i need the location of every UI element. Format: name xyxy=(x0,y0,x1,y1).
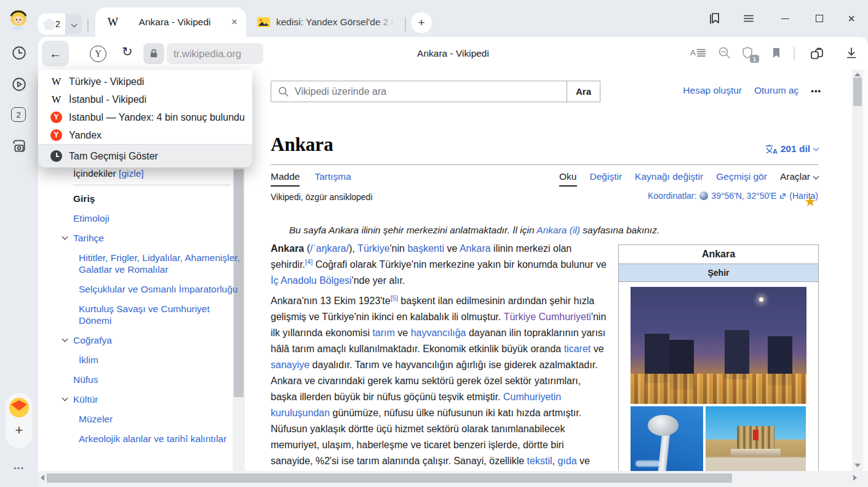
avatar-girl-icon xyxy=(7,7,30,30)
toc-item-kurtulus[interactable]: Kurtuluş Savaşı ve Cumhuriyet Dönemi xyxy=(62,303,241,326)
history-item-istanbul-wiki[interactable]: W İstanbul - Vikipedi xyxy=(38,91,252,108)
divider xyxy=(87,18,89,32)
tab-kaynagi-degistir[interactable]: Kaynağı değiştir xyxy=(635,171,703,182)
add-service-button[interactable]: + xyxy=(10,422,28,438)
tab-title-fade xyxy=(376,7,402,37)
new-tab-button[interactable]: + xyxy=(411,12,432,33)
tab-gecmisi-gor[interactable]: Geçmişi gör xyxy=(716,171,767,182)
globe-icon[interactable] xyxy=(699,191,708,200)
tab-kedisi-yandex-gorsel[interactable]: kedisi: Yandex Görsel'de 2 b xyxy=(248,7,402,37)
turkish-flag xyxy=(753,430,759,440)
toc-item-etimoloji[interactable]: Etimoloji xyxy=(62,212,241,224)
scroll-down-arrow-icon[interactable] xyxy=(854,464,861,467)
protect-shield-icon[interactable]: 1 xyxy=(740,46,755,60)
infobox-images xyxy=(619,282,818,471)
tab-ankara-vikipedi[interactable]: W Ankara - Vikipedi × xyxy=(95,7,246,37)
search-input[interactable] xyxy=(271,81,567,102)
yandex-search-icon[interactable]: Y xyxy=(90,46,106,62)
reader-mode-icon[interactable]: A xyxy=(690,48,706,57)
yandex-mail-icon[interactable] xyxy=(9,397,30,418)
scroll-right-arrow-icon[interactable] xyxy=(853,475,857,481)
search-icon xyxy=(277,86,290,98)
toc-item-arkeolojik[interactable]: Arkeolojik alanlar ve tarihî kalıntılar xyxy=(62,433,241,445)
show-full-history-button[interactable]: Tam Geçmişi Göster xyxy=(38,144,252,167)
horizontal-scrollbar-thumb[interactable] xyxy=(47,473,732,483)
chevron-down-icon xyxy=(813,145,819,151)
chevron-down-icon xyxy=(813,173,819,179)
tab-counter[interactable]: 2 xyxy=(38,14,82,34)
yandex-favicon: Y xyxy=(50,111,62,123)
tab-counter-expand[interactable] xyxy=(65,14,82,34)
scroll-left-arrow-icon[interactable] xyxy=(41,475,44,481)
user-menu-dots-icon[interactable]: ••• xyxy=(811,86,821,95)
extensions-icon[interactable] xyxy=(809,46,825,62)
window-maximize-button[interactable] xyxy=(812,11,827,26)
history-item-istanbul-yandex[interactable]: Y Istanbul — Yandex: 4 bin sonuç bulundu xyxy=(38,108,252,126)
screenshot-icon[interactable] xyxy=(11,138,27,154)
tab-strip: 2 W Ankara - Vikipedi × kedisi: Yandex G… xyxy=(38,0,868,37)
article-paragraph-2: Ankara'nın 13 Ekim 1923'te[5] başkent il… xyxy=(271,293,608,471)
user-avatar[interactable] xyxy=(7,7,30,30)
toc-item-selcuklular[interactable]: Selçuklular ve Osmanlı İmparatorluğu xyxy=(62,283,241,295)
coordinates-label[interactable]: Koordinatlar: xyxy=(648,191,696,201)
toc-hide-link[interactable]: [gizle] xyxy=(119,168,144,179)
address-bar[interactable]: tr.wikipedia.org xyxy=(167,43,263,64)
tab-araclar[interactable]: Araçlar xyxy=(780,171,818,182)
chevron-down-icon[interactable] xyxy=(62,395,68,401)
toc-item-nufus[interactable]: Nüfus xyxy=(62,374,241,385)
reload-icon[interactable]: ↻ xyxy=(122,44,133,59)
infobox: Ankara Şehir xyxy=(618,244,819,471)
toc-item-muzeler[interactable]: Müzeler xyxy=(62,413,241,425)
vertical-scrollbar-thumb[interactable] xyxy=(853,78,862,106)
create-account-link[interactable]: Hesap oluştur xyxy=(683,85,742,96)
wiki-search-bar: Ara xyxy=(271,81,600,102)
close-tab-icon[interactable]: × xyxy=(231,16,237,28)
chevron-down-icon[interactable] xyxy=(62,336,68,342)
bookmarks-panels-icon[interactable] xyxy=(707,11,722,26)
page-horizontal-scrollbar[interactable] xyxy=(38,471,868,487)
history-icon[interactable] xyxy=(11,45,27,61)
search-button[interactable]: Ara xyxy=(567,81,600,102)
wikipedia-favicon: W xyxy=(108,16,118,29)
downloads-icon[interactable] xyxy=(844,46,859,60)
tab-tartisma[interactable]: Tartışma xyxy=(314,171,351,182)
history-item-turkiye[interactable]: W Türkiye - Vikipedi xyxy=(38,73,252,91)
atakule-tower-photo[interactable] xyxy=(631,406,703,471)
article-tabs: Madde Tartışma xyxy=(271,171,351,182)
toc-item-cografya[interactable]: Coğrafya xyxy=(62,334,241,346)
city-lights xyxy=(631,374,806,404)
toc-item-giris[interactable]: Giriş xyxy=(62,193,241,204)
tab-degistir[interactable]: Değiştir xyxy=(590,171,623,182)
secure-lock-icon[interactable] xyxy=(143,43,164,64)
page-vertical-scrollbar[interactable] xyxy=(852,70,863,471)
chevron-down-icon[interactable] xyxy=(62,234,68,240)
browser-sidebar: 2 + ••• xyxy=(0,0,38,487)
toc-item-tarihce[interactable]: Tarihçe xyxy=(62,232,241,244)
tabs-panel-icon[interactable]: 2 xyxy=(11,107,26,122)
toc-item-hititler[interactable]: Hititler, Frigler, Lidyalılar, Ahamenişl… xyxy=(62,252,241,275)
zoom-out-icon[interactable] xyxy=(717,46,732,60)
ankara-skyline-photo[interactable] xyxy=(631,287,806,404)
window-close-button[interactable]: × xyxy=(844,11,859,26)
tab-madde[interactable]: Madde xyxy=(271,171,300,182)
toc-item-iklim[interactable]: İklim xyxy=(62,354,241,366)
play-media-icon[interactable] xyxy=(11,76,27,92)
window-minimize-button[interactable] xyxy=(778,11,792,26)
login-link[interactable]: Oturum aç xyxy=(754,85,798,96)
anitkabir-photo[interactable] xyxy=(706,406,806,471)
coordinates-value[interactable]: 39°56′N, 32°50′E xyxy=(711,191,776,201)
divider xyxy=(271,164,818,165)
history-clock-icon xyxy=(50,150,62,162)
language-selector[interactable]: A 201 dil xyxy=(765,143,818,155)
sidebar-services-pill: + xyxy=(6,393,33,448)
history-item-yandex[interactable]: Y Yandex xyxy=(38,126,252,144)
toc-item-kultur[interactable]: Kültür xyxy=(62,393,241,405)
view-actions: Oku Değiştir Kaynağı değiştir Geçmişi gö… xyxy=(559,171,818,182)
tab-oku[interactable]: Oku xyxy=(559,171,576,182)
tabs-count: 2 xyxy=(11,107,26,122)
scroll-up-arrow-icon[interactable] xyxy=(854,73,861,76)
menu-hamburger-icon[interactable] xyxy=(741,11,756,26)
bookmark-icon[interactable] xyxy=(769,46,784,60)
sidebar-more-icon[interactable]: ••• xyxy=(0,464,38,472)
back-button[interactable]: ← xyxy=(42,41,69,66)
